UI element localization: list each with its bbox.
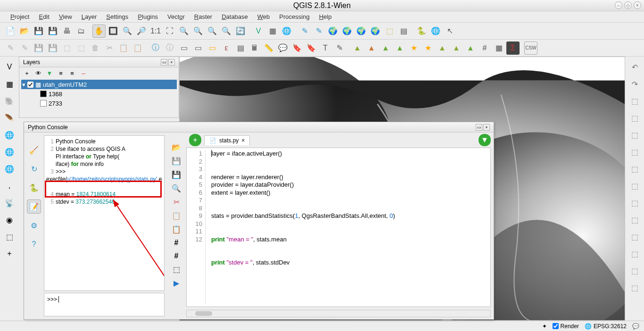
r8-icon[interactable]: ▲ bbox=[450, 41, 463, 55]
zoom-out-icon[interactable]: 🔎 bbox=[135, 25, 148, 38]
pc-settings-icon[interactable]: ⚙ bbox=[27, 218, 41, 232]
lyr-expand-icon[interactable]: ≡ bbox=[56, 68, 66, 78]
pc-close-icon[interactable]: × bbox=[483, 124, 490, 131]
identify-icon[interactable]: ⓘ bbox=[149, 41, 162, 55]
add-gps-icon[interactable]: 📡 bbox=[3, 196, 16, 209]
globe3-icon[interactable]: 🌍 bbox=[355, 25, 368, 38]
render-checkbox[interactable] bbox=[553, 323, 559, 329]
code-lines[interactable]: layer = iface.activeLayer() renderer = l… bbox=[206, 150, 490, 305]
text-icon[interactable]: T bbox=[319, 41, 332, 55]
new-project-icon[interactable]: 📄 bbox=[4, 25, 17, 38]
add-oracle-icon[interactable]: ◉ bbox=[3, 213, 16, 226]
pc-clear-icon[interactable]: 🧹 bbox=[27, 143, 41, 157]
rside-13-icon[interactable]: ⬚ bbox=[628, 264, 641, 277]
r3-icon[interactable]: ▲ bbox=[379, 41, 392, 55]
zoom-selection-icon[interactable]: 🔍 bbox=[177, 25, 190, 38]
sigma-icon[interactable]: Σ bbox=[506, 41, 520, 55]
pencil-icon[interactable]: ✎ bbox=[4, 41, 17, 55]
menu-plugins[interactable]: Plugins bbox=[134, 12, 162, 21]
add-wcs-icon[interactable]: 🌐 bbox=[3, 145, 16, 158]
lyr-filter-icon[interactable]: ▼ bbox=[45, 68, 54, 78]
rside-11-icon[interactable]: ⬚ bbox=[628, 230, 641, 243]
pc-help-icon[interactable]: ? bbox=[27, 237, 41, 251]
pen1-icon[interactable]: ✎ bbox=[298, 25, 311, 38]
pencil2-icon[interactable]: ✎ bbox=[18, 41, 31, 55]
ed-run-all-icon[interactable]: ▼ bbox=[479, 134, 491, 146]
editor-tab[interactable]: 📄 stats.py × bbox=[204, 135, 250, 145]
add-spatialite-icon[interactable]: 🪶 bbox=[3, 111, 16, 124]
ed-uncomment-icon[interactable]: # bbox=[174, 252, 179, 260]
r4-icon[interactable]: ▲ bbox=[393, 41, 406, 55]
ed-comment-icon[interactable]: # bbox=[174, 239, 179, 247]
ed-new-tab-icon[interactable]: + bbox=[189, 134, 201, 146]
ed-save-icon[interactable]: 💾 bbox=[172, 157, 181, 166]
console-output[interactable]: 1Python Console 2Use iface to access QGI… bbox=[44, 135, 165, 291]
lyr-add-icon[interactable]: + bbox=[22, 68, 32, 78]
bookmark-icon[interactable]: 🔖 bbox=[290, 41, 304, 55]
layer-visible-checkbox[interactable] bbox=[27, 82, 33, 88]
ed-inspect-icon[interactable]: ⬚ bbox=[173, 265, 180, 274]
panel-close-icon[interactable]: × bbox=[168, 59, 175, 66]
new-shp-icon[interactable]: + bbox=[3, 247, 16, 260]
zoom-layer-icon[interactable]: 🔍 bbox=[191, 25, 205, 38]
paste2-icon[interactable]: 📋 bbox=[131, 41, 144, 55]
select2-icon[interactable]: ▭ bbox=[191, 41, 205, 55]
copy2-icon[interactable]: 📋 bbox=[117, 41, 130, 55]
layer-row-selected[interactable]: ▾ ▦ utah_demUTM2 bbox=[21, 80, 177, 89]
wfs-icon[interactable]: 🌐 bbox=[280, 25, 293, 38]
zoom-full-icon[interactable]: ⛶ bbox=[163, 25, 176, 38]
close-button[interactable]: × bbox=[634, 1, 641, 9]
maximize-button[interactable]: ◇ bbox=[624, 1, 632, 9]
pan-icon[interactable]: ✋ bbox=[92, 25, 106, 38]
menu-processing[interactable]: Processing bbox=[275, 12, 313, 21]
menu-edit[interactable]: Edit bbox=[35, 12, 53, 21]
pan-selection-icon[interactable]: 🔲 bbox=[107, 25, 120, 38]
attr-table-icon[interactable]: ▤ bbox=[234, 41, 247, 55]
lyr-eye-icon[interactable]: 👁 bbox=[33, 68, 43, 78]
add-postgis-icon[interactable]: 🐘 bbox=[3, 94, 16, 108]
lyr-collapse-icon[interactable]: ≡ bbox=[67, 68, 77, 78]
menu-settings[interactable]: Settings bbox=[102, 12, 132, 21]
crs-icon[interactable]: 🌐 bbox=[585, 323, 592, 330]
ed-copy-icon[interactable]: 📋 bbox=[172, 211, 181, 220]
pc-undock-icon[interactable]: ▭ bbox=[476, 124, 482, 131]
save-as-icon[interactable]: 💾 bbox=[46, 25, 59, 38]
edit2-icon[interactable]: ⬚ bbox=[74, 41, 88, 55]
deselect-icon[interactable]: ▭ bbox=[206, 41, 219, 55]
messages-icon[interactable]: 💬 bbox=[632, 323, 639, 330]
rside-1-icon[interactable]: ↶ bbox=[628, 60, 641, 74]
ed-find-icon[interactable]: 🔍 bbox=[172, 184, 181, 193]
pc-import-icon[interactable]: ↻ bbox=[27, 162, 41, 176]
globe1-icon[interactable]: 🌍 bbox=[326, 25, 339, 38]
bookmark2-icon[interactable]: 🔖 bbox=[305, 41, 318, 55]
ed-run-icon[interactable]: ▶ bbox=[173, 279, 179, 288]
measure-icon[interactable]: 📏 bbox=[262, 41, 275, 55]
pen2-icon[interactable]: ✎ bbox=[312, 25, 325, 38]
calc-icon[interactable]: 🖩 bbox=[248, 41, 261, 55]
rside-10-icon[interactable]: ⬚ bbox=[628, 213, 641, 226]
globe5-icon[interactable]: 🌐 bbox=[429, 25, 442, 38]
rside-12-icon[interactable]: ⬚ bbox=[628, 247, 641, 260]
cut-icon[interactable]: ✂ bbox=[103, 41, 116, 55]
add-wms-icon[interactable]: 🌐 bbox=[3, 128, 16, 141]
zoom-native-icon[interactable]: 1:1 bbox=[149, 25, 162, 38]
collapse-icon[interactable]: ▾ bbox=[22, 81, 25, 88]
zoom-in-icon[interactable]: 🔍 bbox=[121, 25, 134, 38]
menu-vector[interactable]: Vector bbox=[164, 12, 189, 21]
lyr-remove-icon[interactable]: – bbox=[79, 68, 88, 78]
add-wfs-icon[interactable]: 🌐 bbox=[3, 162, 16, 175]
add-virtual-icon[interactable]: ⬚ bbox=[3, 230, 16, 243]
expr-icon[interactable]: ε bbox=[220, 41, 233, 55]
trash-icon[interactable]: 🗑 bbox=[89, 41, 102, 55]
menu-raster[interactable]: Raster bbox=[190, 12, 216, 21]
zoom-next-icon[interactable]: 🔍 bbox=[220, 25, 233, 38]
layer-icon[interactable]: ▤ bbox=[397, 25, 410, 38]
globe2-icon[interactable]: 🌍 bbox=[340, 25, 354, 38]
r7-icon[interactable]: ▲ bbox=[436, 41, 449, 55]
pc-run-icon[interactable]: 🐍 bbox=[27, 181, 41, 195]
r6-icon[interactable]: ★ bbox=[421, 41, 435, 55]
minimize-button[interactable]: – bbox=[615, 1, 622, 9]
save-icon[interactable]: 💾 bbox=[32, 25, 45, 38]
r9-icon[interactable]: ▲ bbox=[464, 41, 477, 55]
panel-undock-icon[interactable]: ▭ bbox=[161, 59, 167, 66]
